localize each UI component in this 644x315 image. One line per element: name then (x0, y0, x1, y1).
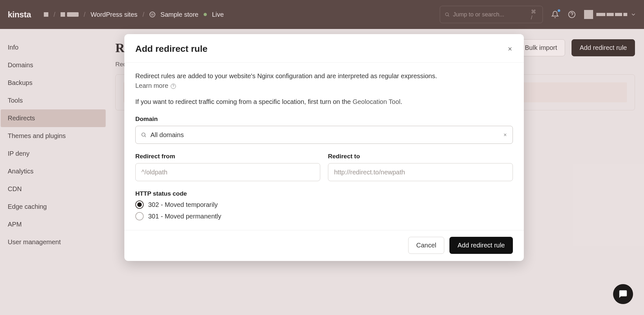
clear-icon[interactable] (503, 133, 507, 137)
radio-301-label: 301 - Moved permanently (148, 213, 221, 220)
modal-header: Add redirect rule (124, 34, 524, 63)
domain-select[interactable]: All domains (135, 126, 513, 144)
domain-label: Domain (135, 116, 513, 123)
redirect-to-label: Redirect to (328, 153, 513, 160)
learn-more-link[interactable]: Learn more ? (135, 82, 176, 89)
modal-geo-text: If you want to redirect traffic coming f… (135, 97, 513, 107)
redirect-to-input[interactable] (328, 163, 513, 181)
submit-button[interactable]: Add redirect rule (449, 237, 513, 254)
cancel-button[interactable]: Cancel (408, 237, 444, 254)
svg-line-7 (145, 136, 146, 137)
svg-point-6 (142, 133, 145, 136)
radio-301[interactable]: 301 - Moved permanently (135, 212, 513, 220)
geo-post-text: . (400, 98, 402, 105)
radio-302-label: 302 - Moved temporarily (148, 201, 218, 208)
search-icon (141, 132, 147, 138)
modal-intro: Redirect rules are added to your website… (135, 71, 513, 90)
http-status-label: HTTP status code (135, 190, 513, 197)
domain-value: All domains (150, 131, 499, 139)
modal-footer: Cancel Add redirect rule (124, 230, 524, 261)
modal-body: Redirect rules are added to your website… (124, 63, 524, 230)
redirect-from-label: Redirect from (135, 153, 320, 160)
geo-pre-text: If you want to redirect traffic coming f… (135, 98, 352, 105)
add-redirect-modal: Add redirect rule Redirect rules are add… (124, 34, 524, 261)
geolocation-tool-link[interactable]: Geolocation Tool (352, 98, 400, 105)
external-help-icon: ? (171, 84, 176, 89)
radio-icon (135, 212, 144, 220)
radio-302[interactable]: 302 - Moved temporarily (135, 200, 513, 209)
redirect-from-input[interactable] (135, 163, 320, 181)
learn-more-label: Learn more (135, 82, 168, 89)
modal-backdrop: Add redirect rule Redirect rules are add… (0, 0, 644, 315)
radio-icon (135, 200, 144, 209)
modal-intro-text: Redirect rules are added to your website… (135, 72, 437, 79)
chat-icon[interactable] (613, 284, 633, 304)
close-icon[interactable] (507, 46, 513, 52)
modal-title: Add redirect rule (135, 44, 207, 54)
